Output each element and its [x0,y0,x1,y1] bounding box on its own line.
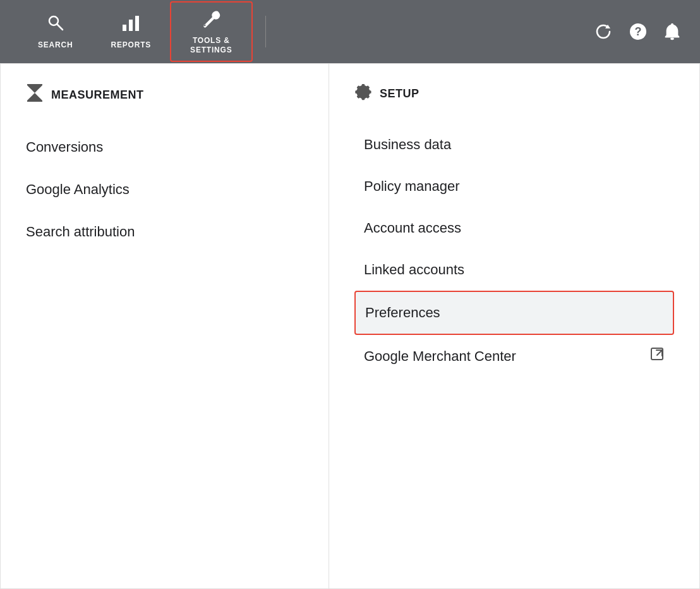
nav-reports-label: REPORTS [111,40,151,49]
main-content: MEASUREMENT Conversions Google Analytics… [0,63,700,589]
svg-line-1 [57,25,63,30]
left-panel: MEASUREMENT Conversions Google Analytics… [1,64,329,588]
measurement-header: MEASUREMENT [26,83,303,107]
tools-icon [202,9,220,31]
nav-divider [265,16,266,47]
external-link-icon [651,348,665,365]
top-nav: SEARCH REPORTS TOOLS & SETTINGS [0,0,700,63]
menu-item-google-analytics[interactable]: Google Analytics [26,169,303,211]
menu-item-business-data[interactable]: Business data [354,124,674,166]
nav-left: SEARCH REPORTS TOOLS & SETTINGS [19,1,253,62]
menu-item-account-access[interactable]: Account access [354,207,674,249]
setup-title: SETUP [380,87,419,100]
nav-search[interactable]: SEARCH [19,7,92,56]
menu-item-preferences[interactable]: Preferences [354,291,674,335]
measurement-title: MEASUREMENT [51,88,144,102]
measurement-icon [26,83,44,107]
setup-header: SETUP [354,83,674,105]
svg-point-8 [670,37,674,40]
menu-item-conversions[interactable]: Conversions [26,126,303,169]
search-icon [46,13,65,35]
menu-item-linked-accounts[interactable]: Linked accounts [354,249,674,291]
nav-tools-label: TOOLS & SETTINGS [190,36,232,54]
google-merchant-label: Google Merchant Center [364,348,516,365]
svg-line-10 [657,350,662,355]
menu-item-search-attribution[interactable]: Search attribution [26,211,303,253]
nav-search-label: SEARCH [38,40,73,49]
svg-rect-4 [135,16,139,31]
reports-icon [121,13,140,35]
nav-right: ? [594,22,681,41]
nav-reports[interactable]: REPORTS [92,7,170,56]
right-panel: SETUP Business data Policy manager Accou… [329,64,699,588]
notifications-button[interactable] [663,22,681,41]
help-button[interactable]: ? [629,22,648,41]
refresh-button[interactable] [594,22,613,41]
setup-icon [354,83,372,105]
menu-item-policy-manager[interactable]: Policy manager [354,166,674,207]
svg-rect-3 [129,20,133,31]
menu-item-google-merchant[interactable]: Google Merchant Center [354,335,674,378]
nav-tools-settings[interactable]: TOOLS & SETTINGS [170,1,252,62]
svg-rect-2 [123,25,126,31]
svg-text:?: ? [635,25,642,38]
